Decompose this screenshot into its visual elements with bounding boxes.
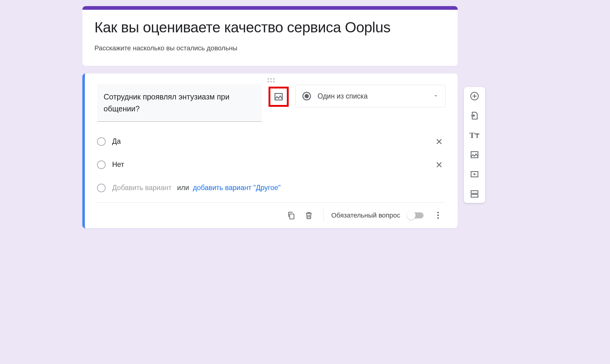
delete-button[interactable] [301,208,316,223]
radio-outline-icon [97,137,106,146]
question-card: Сотрудник проявлял энтузиазм при общении… [82,74,458,228]
form-description[interactable]: Расскажите насколько вы остались довольн… [95,44,446,52]
svg-rect-4 [471,191,478,193]
option-text[interactable]: Да [112,137,433,146]
image-icon [470,150,479,159]
svg-rect-0 [290,214,294,219]
add-option-placeholder[interactable]: Добавить вариант [112,184,171,192]
image-icon [274,92,283,102]
option-row: Нет [97,158,446,172]
separator [323,209,324,222]
remove-option-button[interactable] [433,135,446,148]
plus-circle-icon [470,92,479,101]
close-icon [435,161,443,169]
more-vertical-icon [437,212,439,219]
text-icon: Tᴛ [469,131,479,140]
remove-option-button[interactable] [433,158,446,171]
add-other-link[interactable]: добавить вариант "Другое" [193,184,281,192]
add-image-button[interactable] [269,87,289,107]
drag-handle[interactable] [97,78,446,84]
chevron-down-icon [433,92,439,100]
import-questions-button[interactable] [467,110,482,121]
add-image-toolbar-button[interactable] [467,149,482,160]
radio-outline-icon [97,160,106,169]
radio-outline-icon [97,184,106,192]
more-options-button[interactable] [431,208,446,223]
duplicate-button[interactable] [284,208,298,223]
drag-dots-icon [268,78,275,82]
svg-rect-5 [471,195,478,197]
required-label: Обязательный вопрос [331,211,400,219]
close-icon [435,138,443,146]
video-icon [470,170,479,179]
question-title-field[interactable]: Сотрудник проявлял энтузиазм при общении… [97,84,262,122]
form-title[interactable]: Как вы оцениваете качество сервиса Ooplu… [95,19,446,36]
copy-icon [287,211,295,220]
options-list: Да Нет Добавить вариант или [97,135,446,195]
add-section-button[interactable] [467,188,482,199]
section-icon [470,189,479,198]
side-toolbar: Tᴛ [464,87,485,203]
header-accent [82,6,458,10]
form-header-card: Как вы оцениваете качество сервиса Ooplu… [82,6,458,66]
import-icon [470,111,479,120]
toggle-knob [407,211,416,220]
option-row: Да [97,135,446,149]
trash-icon [305,211,313,220]
question-type-select[interactable]: Один из списка [295,85,446,107]
add-question-button[interactable] [467,91,482,102]
question-type-label: Один из списка [318,92,433,100]
add-video-button[interactable] [467,169,482,180]
add-option-row: Добавить вариант или добавить вариант "Д… [97,181,446,195]
option-text[interactable]: Нет [112,160,433,169]
radio-icon [302,92,311,100]
required-toggle[interactable] [408,212,424,218]
question-title-text[interactable]: Сотрудник проявлял энтузиазм при общении… [104,91,255,115]
or-label: или [177,184,189,192]
question-footer: Обязательный вопрос [97,202,446,228]
add-title-button[interactable]: Tᴛ [467,130,482,141]
